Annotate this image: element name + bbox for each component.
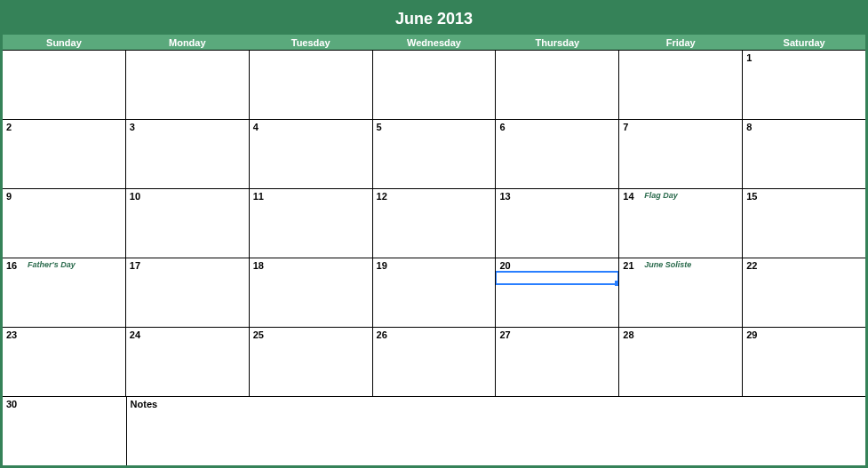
day-cell[interactable]: 15 [743, 189, 865, 258]
day-cell[interactable]: 10 [126, 189, 250, 258]
day-number: 9 [6, 191, 12, 202]
day-cell[interactable]: 13 [496, 189, 619, 258]
day-cell[interactable]: 8 [743, 120, 865, 188]
day-number: 8 [746, 122, 752, 132]
day-cell[interactable]: 19 [373, 258, 497, 327]
day-cell[interactable]: 3 [126, 120, 250, 188]
day-number: 26 [377, 329, 387, 340]
day-number: 29 [746, 329, 757, 340]
week-row: 23 24 25 26 27 28 29 [3, 328, 865, 397]
day-number: 18 [253, 260, 264, 271]
notes-label: Notes [131, 399, 158, 409]
day-number: 13 [499, 191, 510, 202]
week-row: 30 Notes [3, 397, 865, 465]
day-number: 16 [6, 260, 17, 271]
weekday-header-friday: Friday [619, 35, 743, 50]
day-number: 20 [499, 260, 510, 271]
day-cell[interactable]: 26 [373, 328, 497, 396]
week-row: 9 10 11 12 13 14Flag Day 15 [3, 189, 865, 258]
day-cell[interactable]: 30 [3, 397, 127, 465]
day-cell[interactable] [126, 51, 250, 119]
day-number: 14 [623, 191, 633, 202]
week-row: 16Father's Day 17 18 19 20 21June Solist… [3, 258, 865, 328]
day-number: 7 [623, 122, 628, 132]
day-cell[interactable]: 4 [250, 120, 373, 188]
calendar: June 2013 Sunday Monday Tuesday Wednesda… [0, 0, 868, 468]
day-number: 24 [130, 329, 140, 340]
day-cell[interactable]: 5 [373, 120, 497, 188]
day-cell[interactable] [250, 51, 373, 119]
day-cell[interactable]: 21June Soliste [619, 258, 743, 327]
day-cell[interactable]: 18 [250, 258, 373, 327]
day-number: 17 [130, 260, 140, 271]
day-number: 22 [746, 260, 757, 271]
day-cell[interactable]: 12 [373, 189, 497, 258]
day-cell[interactable]: 23 [3, 328, 126, 396]
day-cell[interactable]: 16Father's Day [3, 258, 126, 327]
day-number: 12 [377, 191, 387, 202]
day-cell[interactable]: 24 [126, 328, 250, 396]
notes-cell[interactable]: Notes [127, 397, 865, 465]
day-number: 27 [499, 329, 510, 340]
day-cell[interactable]: 14Flag Day [619, 189, 743, 258]
day-cell[interactable]: 22 [743, 258, 865, 327]
calendar-grid: 1 2 3 4 5 6 7 8 9 10 11 12 13 14Flag Day… [3, 51, 865, 465]
day-number: 30 [6, 399, 17, 409]
cell-selection[interactable] [496, 271, 619, 285]
day-number: 3 [130, 122, 135, 132]
day-cell[interactable]: 27 [496, 328, 619, 396]
day-cell[interactable]: 2 [3, 120, 126, 188]
day-cell[interactable]: 11 [250, 189, 373, 258]
day-number: 10 [130, 191, 140, 202]
day-cell[interactable]: 28 [619, 328, 743, 396]
day-number: 23 [6, 329, 17, 340]
weekday-header-saturday: Saturday [743, 35, 865, 50]
day-cell[interactable] [373, 51, 497, 119]
calendar-title: June 2013 [3, 3, 865, 35]
day-cell[interactable]: 25 [250, 328, 373, 396]
weekday-header-thursday: Thursday [496, 35, 619, 50]
day-cell[interactable]: 9 [3, 189, 126, 258]
day-number: 21 [623, 260, 633, 271]
day-cell[interactable]: 1 [743, 51, 865, 119]
day-event: Flag Day [644, 191, 678, 200]
day-cell[interactable]: 29 [743, 328, 865, 396]
day-cell[interactable] [496, 51, 619, 119]
week-row: 2 3 4 5 6 7 8 [3, 120, 865, 189]
weekday-header-row: Sunday Monday Tuesday Wednesday Thursday… [3, 35, 865, 51]
day-number: 15 [746, 191, 757, 202]
day-number: 25 [253, 329, 264, 340]
day-number: 6 [499, 122, 505, 132]
day-number: 5 [377, 122, 382, 132]
week-row: 1 [3, 51, 865, 120]
day-cell[interactable] [619, 51, 743, 119]
day-number: 1 [746, 52, 752, 63]
day-number: 2 [6, 122, 12, 132]
day-number: 19 [377, 260, 387, 271]
day-number: 11 [253, 191, 264, 202]
day-cell[interactable] [3, 51, 126, 119]
day-cell[interactable]: 7 [619, 120, 743, 188]
day-number: 4 [253, 122, 259, 132]
day-cell[interactable]: 17 [126, 258, 250, 327]
day-event: Father's Day [28, 260, 76, 269]
weekday-header-sunday: Sunday [3, 35, 126, 50]
day-cell[interactable]: 6 [496, 120, 619, 188]
day-cell[interactable]: 20 [496, 258, 619, 327]
weekday-header-monday: Monday [126, 35, 250, 50]
weekday-header-tuesday: Tuesday [250, 35, 373, 50]
day-event: June Soliste [644, 260, 691, 269]
weekday-header-wednesday: Wednesday [373, 35, 497, 50]
day-number: 28 [623, 329, 633, 340]
